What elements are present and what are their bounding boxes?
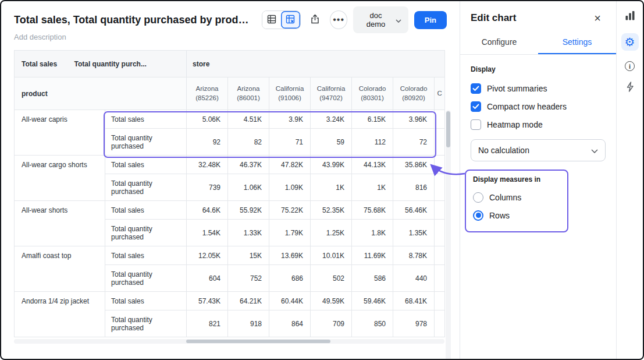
value-cell[interactable]: 75.22K (269, 201, 311, 220)
value-cell[interactable]: 13.69K (269, 246, 311, 265)
actions-rail-button[interactable] (625, 82, 635, 94)
product-cell[interactable]: All-wear shorts (15, 201, 105, 246)
measure-label-cell[interactable]: Total sales (105, 246, 187, 265)
checkbox-compact-row-headers[interactable]: Compact row headers (471, 97, 606, 115)
measure-label-cell[interactable]: Total sales (105, 156, 187, 174)
value-cell[interactable]: 4.51K (228, 110, 269, 129)
value-cell[interactable]: 586 (352, 265, 393, 292)
value-cell[interactable]: 44.13K (352, 156, 393, 174)
value-cell[interactable]: 604 (187, 265, 228, 292)
value-cell[interactable]: 43.99K (311, 156, 352, 174)
value-cell[interactable]: 15K (228, 246, 269, 265)
value-cell[interactable]: 56.46K (393, 201, 435, 220)
calculation-dropdown[interactable]: No calculation (471, 139, 606, 161)
table-view-button[interactable] (262, 11, 281, 29)
measure-label-cell[interactable]: Total quantity purchased (105, 265, 187, 292)
pivot-view-button[interactable] (281, 11, 300, 29)
measure-label-cell[interactable]: Total quantity purchased (105, 129, 187, 156)
value-cell[interactable]: 1.09K (269, 174, 311, 201)
measure-label-cell[interactable]: Total sales (105, 292, 187, 310)
value-cell[interactable]: 46.37K (228, 156, 269, 174)
value-cell[interactable]: 1.33K (228, 220, 269, 246)
value-cell[interactable]: 1.54K (187, 220, 228, 246)
more-options-button[interactable]: ••• (330, 10, 347, 29)
measure-label-cell[interactable]: Total sales (105, 110, 187, 129)
checkbox-heatmap-mode[interactable]: Heatmap mode (471, 115, 606, 133)
column-header[interactable]: C (435, 77, 445, 110)
chart-rail-button[interactable] (625, 10, 635, 23)
value-cell[interactable]: 1.35K (393, 220, 435, 246)
vertical-scrollbar-track[interactable] (446, 110, 451, 359)
value-cell[interactable]: 709 (311, 310, 352, 337)
value-cell[interactable]: 5.06K (187, 110, 228, 129)
value-cell[interactable]: 35.86K (393, 156, 435, 174)
value-cell[interactable]: 64.6K (187, 201, 228, 220)
column-header[interactable]: Colorado(80301) (352, 77, 393, 110)
value-cell[interactable]: 12.05K (187, 246, 228, 265)
value-cell[interactable]: 1.25K (311, 220, 352, 246)
measure-label-cell[interactable]: Total quantity purchased (105, 310, 187, 337)
vertical-scrollbar-thumb[interactable] (446, 111, 450, 147)
horizontal-scrollbar-track[interactable] (14, 339, 444, 344)
measure-label-cell[interactable]: Total quantity purchased (105, 220, 187, 246)
value-cell[interactable]: 978 (393, 310, 435, 337)
close-panel-button[interactable]: × (589, 10, 606, 26)
value-cell[interactable]: 112 (352, 129, 393, 156)
radio-columns[interactable]: Columns (473, 188, 560, 206)
column-dimension-label[interactable]: store (187, 51, 445, 77)
tab-settings[interactable]: Settings (538, 31, 616, 54)
measure-label-cell[interactable]: Total quantity purchased (105, 174, 187, 201)
value-cell[interactable]: 864 (269, 310, 311, 337)
column-header[interactable]: California(91006) (269, 77, 311, 110)
value-cell[interactable]: 440 (393, 265, 435, 292)
value-cell[interactable]: 47.82K (269, 156, 311, 174)
product-cell[interactable]: All-wear cargo shorts (15, 156, 105, 201)
value-cell[interactable]: 502 (311, 265, 352, 292)
value-cell[interactable]: 72 (393, 129, 435, 156)
row-dimension-label[interactable]: product (15, 77, 187, 110)
measure-label-cell[interactable]: Total sales (105, 201, 187, 220)
value-cell[interactable]: 52.35K (311, 201, 352, 220)
value-cell[interactable]: 10.01K (311, 246, 352, 265)
description-placeholder[interactable]: Add description (14, 33, 447, 44)
value-cell[interactable]: 92 (187, 129, 228, 156)
value-cell[interactable]: 60.44K (269, 292, 311, 310)
value-cell[interactable]: 64.21K (228, 292, 269, 310)
value-cell[interactable]: 8.78K (393, 246, 435, 265)
column-header[interactable]: Arizona(85226) (187, 77, 228, 110)
horizontal-scrollbar-thumb[interactable] (186, 340, 330, 343)
value-cell[interactable]: 686 (269, 265, 311, 292)
pin-button[interactable]: Pin (414, 11, 447, 29)
value-cell[interactable]: 1K (352, 174, 393, 201)
value-cell[interactable]: 32.48K (187, 156, 228, 174)
value-cell[interactable]: 1.79K (269, 220, 311, 246)
value-cell[interactable]: 57.43K (187, 292, 228, 310)
info-rail-button[interactable]: i (625, 61, 635, 71)
product-cell[interactable]: All-wear capris (15, 110, 105, 156)
value-cell[interactable]: 49.59K (311, 292, 352, 310)
value-cell[interactable]: 3.96K (393, 110, 435, 129)
share-button[interactable] (307, 10, 324, 29)
column-header[interactable]: Colorado(80920) (393, 77, 435, 110)
column-header[interactable]: Arizona(86001) (228, 77, 269, 110)
value-cell[interactable]: 1.06K (228, 174, 269, 201)
checkbox-pivot-summaries[interactable]: Pivot summaries (471, 79, 606, 97)
radio-rows[interactable]: Rows (473, 206, 560, 224)
product-cell[interactable]: Andorra 1/4 zip jacket (15, 292, 105, 337)
value-cell[interactable]: 3.9K (269, 110, 311, 129)
value-cell[interactable]: 816 (393, 174, 435, 201)
value-cell[interactable]: 82 (228, 129, 269, 156)
value-cell[interactable]: 850 (352, 310, 393, 337)
value-cell[interactable]: 3.24K (311, 110, 352, 129)
value-cell[interactable]: 75.68K (352, 201, 393, 220)
settings-rail-button[interactable]: ⚙ (621, 33, 639, 51)
doc-demo-dropdown[interactable]: doc demo (353, 6, 408, 33)
value-cell[interactable]: 55.92K (228, 201, 269, 220)
value-cell[interactable]: 11.69K (352, 246, 393, 265)
value-cell[interactable]: 59.46K (352, 292, 393, 310)
column-header[interactable]: California(94702) (311, 77, 352, 110)
value-cell[interactable]: 1.8K (352, 220, 393, 246)
value-cell[interactable]: 71 (269, 129, 311, 156)
value-cell[interactable]: 739 (187, 174, 228, 201)
value-cell[interactable]: 6.15K (352, 110, 393, 129)
